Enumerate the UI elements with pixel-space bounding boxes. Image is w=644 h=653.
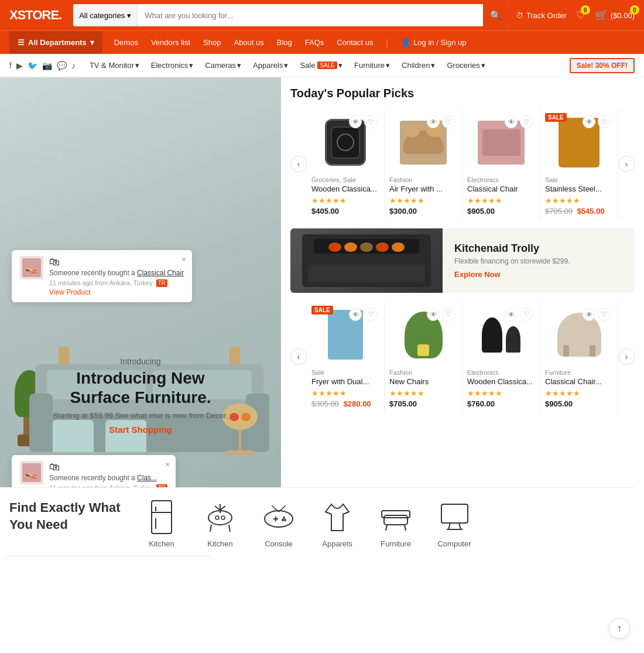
cat-icon-kitchen[interactable]: Kitchen <box>203 500 238 548</box>
wishlist-btn-r2-0[interactable]: ♡ <box>364 308 377 321</box>
hero-cta-link[interactable]: Start Shopping <box>0 425 281 435</box>
quick-view-btn-r2-2[interactable]: 👁 <box>505 308 518 321</box>
whatsapp-icon[interactable]: 💬 <box>57 61 67 70</box>
wishlist-btn-r2-1[interactable]: ♡ <box>442 308 455 321</box>
prev-arrow-btn-2[interactable]: ‹ <box>290 348 307 365</box>
cat-groceries[interactable]: Groceries ▾ <box>442 61 489 70</box>
sale-off-button[interactable]: Sale! 30% OFF! <box>570 58 635 73</box>
purchase-toast-1: × 👡 🛍 Someone recently bought a Classica… <box>12 250 192 302</box>
nav-faqs[interactable]: FAQs <box>305 38 324 47</box>
chevron-down-icon: ▾ <box>127 11 131 20</box>
second-products-row: ‹ SALE 👁 ♡ Sale Fryer with Dual... ★★★★★… <box>290 301 635 413</box>
price-sale-3: $545.00 <box>577 207 605 216</box>
product-card-r2-3[interactable]: 👁 ♡ Furniture Classical Chair... ★★★★★ $… <box>540 301 618 413</box>
product-card-r2-2[interactable]: 👁 ♡ Electronics Wooden Classica... ★★★★★… <box>463 301 540 413</box>
category-dropdown[interactable]: All categories ▾ <box>73 4 138 26</box>
chevron-icon: ▾ <box>237 61 241 70</box>
wishlist-btn[interactable]: ♡ 0 <box>576 9 585 22</box>
product-name-1: Air Fryer with ... <box>389 184 457 194</box>
nav-demos[interactable]: Demos <box>114 38 138 47</box>
product-card-3[interactable]: SALE 👁 ♡ Sale Stainless Steel... ★★★★★ $… <box>540 108 618 220</box>
product-card-0[interactable]: 👁 ♡ Groceries, Sale Wooden Classica... ★… <box>307 108 385 220</box>
quick-view-btn-r2-1[interactable]: 👁 <box>427 308 440 321</box>
svg-point-10 <box>215 516 219 519</box>
promo-cta-link[interactable]: Explore Now <box>454 270 570 279</box>
wishlist-btn-1[interactable]: ♡ <box>442 115 455 128</box>
computer-icon <box>437 500 472 535</box>
cat-label-3: Furniture <box>381 539 411 548</box>
nav-vendors[interactable]: Vendors list <box>151 38 190 47</box>
toast-body-1: 🛍 Someone recently bought a Classical Ch… <box>49 256 184 296</box>
cart-btn[interactable]: 🛒 0 ($0.00) <box>595 9 635 22</box>
quick-view-btn-3[interactable]: 👁 <box>583 115 595 128</box>
cat-electronics[interactable]: Electronics ▾ <box>146 61 198 70</box>
product-stars-0: ★★★★★ <box>311 196 379 205</box>
product-category-1: Fashion <box>389 176 457 183</box>
cat-icon-console[interactable]: Console <box>261 500 296 548</box>
nav-shop[interactable]: Shop <box>203 38 221 47</box>
social-icons: f ▶ 🐦 📷 💬 ♪ <box>9 61 76 70</box>
youtube-icon[interactable]: ▶ <box>16 61 23 70</box>
search-button[interactable]: 🔍 <box>483 4 509 26</box>
toast-close-btn-1[interactable]: × <box>181 255 186 264</box>
product-card-1[interactable]: 👁 ♡ Fashion Air Fryer with ... ★★★★★ $30… <box>385 108 463 220</box>
product-img-wrap-r2-3: 👁 ♡ <box>545 306 613 364</box>
toast-view-link-1[interactable]: View Product <box>49 288 90 296</box>
wishlist-btn-3[interactable]: ♡ <box>598 115 611 128</box>
wishlist-btn-r2-2[interactable]: ♡ <box>520 308 533 321</box>
nav-blog[interactable]: Blog <box>277 38 292 47</box>
sale-badge-r2-0: SALE <box>311 306 333 314</box>
svg-line-9 <box>229 525 230 532</box>
next-arrow-btn-2[interactable]: › <box>618 348 635 365</box>
prev-arrow-btn[interactable]: ‹ <box>290 156 307 172</box>
product-card-2[interactable]: 👁 ♡ Electronics Classical Chair ★★★★★ $9… <box>463 108 540 220</box>
twitter-icon[interactable]: 🐦 <box>28 61 37 70</box>
search-input[interactable] <box>138 4 483 26</box>
cat-furniture[interactable]: Furniture ▾ <box>350 61 395 70</box>
toast-product-link-1[interactable]: Classical Chair <box>137 269 184 277</box>
cat-icon-computer[interactable]: Computer <box>437 500 472 548</box>
promo-banner[interactable]: Kitchenaid Trolly Flexible financing on … <box>290 228 635 293</box>
product-card-r2-1[interactable]: 👁 ♡ Fashion New Chairs ★★★★★ $705.00 <box>385 301 463 413</box>
toast-product-link-2[interactable]: Clas... <box>137 474 157 482</box>
cat-icon-furniture[interactable]: Furniture <box>378 500 413 548</box>
top-bar: XSTORE. All categories ▾ 🔍 ⏱ Track Order… <box>0 0 644 30</box>
quick-view-btn-r2-3[interactable]: 👁 <box>583 308 595 321</box>
hero-section: Introducing Introducing New Surface Furn… <box>0 77 281 487</box>
track-order-btn[interactable]: ⏱ Track Order <box>516 11 567 20</box>
bag-icon-1: 🛍 <box>49 256 184 268</box>
facebook-icon[interactable]: f <box>9 61 12 70</box>
wishlist-btn-2[interactable]: ♡ <box>520 115 533 128</box>
product-price-3: $705.00 $545.00 <box>545 207 613 216</box>
cart-icon: 🛒 <box>595 9 608 22</box>
cat-icon-fridge[interactable]: Kitchen <box>144 500 179 548</box>
cat-cameras[interactable]: Cameras ▾ <box>200 61 246 70</box>
all-departments-btn[interactable]: ☰ All Departments ▾ <box>9 31 102 54</box>
next-arrow-btn[interactable]: › <box>618 156 635 172</box>
promo-title: Kitchenaid Trolly <box>454 242 570 255</box>
cat-tv-monitor[interactable]: TV & Monitor ▾ <box>85 61 144 70</box>
auth-btn[interactable]: 👤 Log in / Sign up <box>401 38 466 47</box>
cat-sale[interactable]: Sale SALE ▾ <box>295 61 347 70</box>
nav-contact[interactable]: Contact us <box>337 38 373 47</box>
cat-icon-apparels[interactable]: Apparels <box>320 500 355 548</box>
cat-apparels[interactable]: Apparels ▾ <box>248 61 293 70</box>
product-img-wrap-r2-2: 👁 ♡ <box>467 306 535 364</box>
product-name-r2-3: Classical Chair... <box>545 377 613 387</box>
toast-close-btn-2[interactable]: × <box>165 460 170 469</box>
chevron-icon: ▾ <box>431 61 435 70</box>
toast-time-2: 11 minutes ago from Ankara, Turkey TR <box>49 484 167 487</box>
quick-view-btn-0[interactable]: 👁 <box>349 115 362 128</box>
tiktok-icon[interactable]: ♪ <box>71 61 76 70</box>
product-card-r2-0[interactable]: SALE 👁 ♡ Sale Fryer with Dual... ★★★★★ $… <box>307 301 385 413</box>
quick-view-btn-2[interactable]: 👁 <box>505 115 518 128</box>
instagram-icon[interactable]: 📷 <box>42 61 52 70</box>
wishlist-btn-r2-3[interactable]: ♡ <box>598 308 611 321</box>
quick-view-btn-r2-0[interactable]: 👁 <box>349 308 362 321</box>
cat-children[interactable]: Children ▾ <box>397 61 440 70</box>
find-title-block: Find Exactly What You Need <box>9 500 126 533</box>
nav-about[interactable]: About us <box>234 38 263 47</box>
quick-view-btn-1[interactable]: 👁 <box>427 115 440 128</box>
hero-text-block: Introducing Introducing New Surface Furn… <box>0 357 281 435</box>
wishlist-btn-0[interactable]: ♡ <box>364 115 377 128</box>
